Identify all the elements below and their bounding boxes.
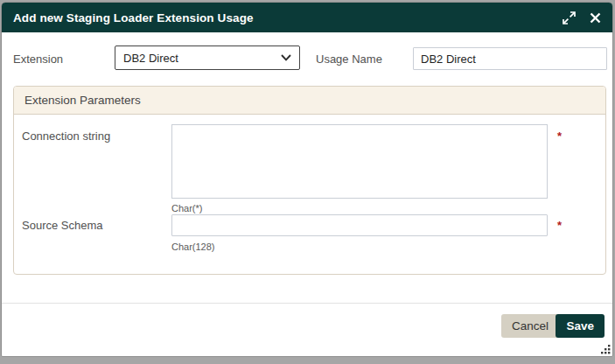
connection-string-required-marker: * bbox=[557, 130, 562, 143]
connection-string-textarea[interactable] bbox=[171, 124, 548, 199]
extension-label: Extension bbox=[13, 52, 63, 66]
connection-string-label: Connection string bbox=[22, 130, 110, 143]
dialog-titlebar: Add new Staging Loader Extension Usage bbox=[2, 3, 612, 32]
page-background: Add new Staging Loader Extension Usage E… bbox=[0, 0, 615, 364]
footer-divider bbox=[2, 303, 612, 304]
extension-select[interactable]: DB2 Direct bbox=[115, 46, 300, 70]
usage-name-label: Usage Name bbox=[316, 52, 382, 66]
cancel-button[interactable]: Cancel bbox=[501, 314, 559, 338]
save-button[interactable]: Save bbox=[556, 314, 605, 338]
resize-grip-icon[interactable] bbox=[600, 344, 611, 354]
extension-parameters-panel: Extension Parameters Connection string *… bbox=[13, 86, 606, 275]
usage-name-input[interactable] bbox=[413, 47, 607, 70]
extension-select-value: DB2 Direct bbox=[123, 52, 281, 65]
connection-string-hint: Char(*) bbox=[171, 203, 202, 214]
source-schema-required-marker: * bbox=[557, 219, 562, 232]
expand-icon[interactable] bbox=[563, 11, 576, 24]
extension-parameters-header: Extension Parameters bbox=[14, 87, 605, 115]
source-schema-input[interactable] bbox=[171, 214, 548, 236]
close-icon[interactable] bbox=[590, 12, 601, 24]
dialog-add-staging-loader-extension-usage: Add new Staging Loader Extension Usage E… bbox=[1, 2, 613, 357]
chevron-down-icon bbox=[281, 54, 291, 61]
source-schema-label: Source Schema bbox=[22, 219, 103, 232]
dialog-title: Add new Staging Loader Extension Usage bbox=[13, 11, 549, 24]
source-schema-hint: Char(128) bbox=[171, 242, 215, 252]
